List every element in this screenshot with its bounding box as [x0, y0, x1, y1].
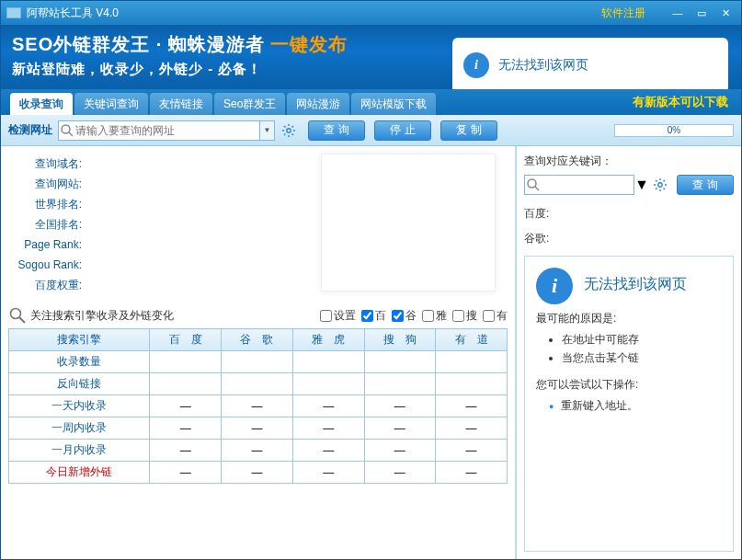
- cell: [222, 351, 293, 373]
- svg-line-1: [69, 132, 73, 136]
- banner-title-a: SEO外链群发王 · 蜘蛛漫游者: [12, 34, 265, 54]
- col-youdao: 有 道: [436, 329, 508, 351]
- cell: —: [292, 462, 364, 484]
- right-pane: 查询对应关键词： ▼ 查询 百度: 谷歌: i: [516, 146, 741, 559]
- tabsbar: 收录查询 关键词查询 友情链接 Seo群发王 网站漫游 网站模版下载 有新版本可…: [1, 89, 741, 115]
- cell: [222, 373, 293, 395]
- engine-baidu: 百度:: [524, 206, 734, 222]
- keyword-label: 查询对应关键词：: [524, 154, 734, 169]
- cell: —: [292, 440, 364, 462]
- cell: —: [222, 395, 293, 417]
- maximize-button[interactable]: ▭: [691, 6, 712, 20]
- cell: [436, 373, 508, 395]
- url-dropdown[interactable]: ▼: [260, 120, 275, 141]
- close-button[interactable]: ✕: [715, 6, 736, 20]
- row-header: 今日新增外链: [9, 462, 150, 484]
- opt-google[interactable]: 谷: [392, 308, 417, 324]
- row-header: 一月内收录: [9, 440, 150, 462]
- opt-settings[interactable]: 设置: [320, 308, 356, 324]
- update-notice[interactable]: 有新版本可以下载: [633, 94, 728, 110]
- gear-icon[interactable]: [653, 177, 668, 192]
- opt-youdao[interactable]: 有: [483, 308, 508, 324]
- tab-seo-mass[interactable]: Seo群发王: [214, 93, 285, 115]
- col-yahoo: 雅 虎: [292, 329, 364, 351]
- info-cn-rank-label: 全国排名:: [8, 217, 82, 233]
- svg-line-22: [656, 189, 657, 190]
- tab-index-query[interactable]: 收录查询: [10, 93, 73, 115]
- table-row: 一月内收录—————: [9, 440, 508, 462]
- cell: [292, 351, 364, 373]
- svg-point-15: [658, 183, 662, 187]
- row-header: 一天内收录: [9, 395, 150, 417]
- filter-row: 关注搜索引擎收录及外链变化 设置 百 谷 雅 搜 有: [8, 306, 508, 325]
- svg-line-14: [535, 187, 539, 190]
- svg-point-13: [528, 179, 536, 188]
- cell: —: [364, 395, 436, 417]
- tab-keyword-query[interactable]: 关键词查询: [74, 93, 148, 115]
- app-window: 阿帮站长工具 V4.0 软件注册 — ▭ ✕ SEO外链群发王 · 蜘蛛漫游者 …: [0, 0, 742, 560]
- svg-point-0: [62, 125, 70, 133]
- cell: [150, 351, 222, 373]
- svg-line-7: [284, 126, 286, 128]
- keyword-input-wrap: [524, 175, 634, 195]
- opt-yahoo[interactable]: 雅: [422, 308, 447, 324]
- tab-friend-links[interactable]: 友情链接: [150, 93, 212, 115]
- cell: —: [436, 395, 508, 417]
- info-sogourank-label: Sogou Rank:: [8, 258, 82, 271]
- copy-button[interactable]: 复制: [440, 120, 497, 141]
- table-row: 反向链接: [9, 373, 508, 395]
- minimize-button[interactable]: —: [668, 6, 688, 20]
- filter-text: 关注搜索引擎收录及外链变化: [30, 308, 314, 324]
- col-engine: 搜索引擎: [9, 329, 150, 351]
- reason-item: 当您点击某个链: [562, 350, 734, 366]
- url-label: 检测网址: [8, 122, 52, 138]
- cell: [364, 373, 436, 395]
- cell: —: [364, 417, 436, 440]
- table-row: 收录数量: [9, 351, 508, 373]
- col-baidu: 百 度: [150, 329, 222, 351]
- cell: —: [222, 417, 293, 440]
- query-button[interactable]: 查询: [308, 120, 365, 141]
- svg-point-11: [11, 309, 21, 319]
- opt-baidu[interactable]: 百: [361, 308, 386, 324]
- svg-line-12: [19, 317, 25, 323]
- stop-button[interactable]: 停止: [374, 120, 431, 141]
- cell: —: [150, 462, 222, 484]
- gear-icon[interactable]: [279, 120, 299, 141]
- titlebar: 阿帮站长工具 V4.0 软件注册 — ▭ ✕: [1, 1, 741, 25]
- row-header: 收录数量: [9, 351, 150, 373]
- progress-bar: 0%: [614, 124, 734, 137]
- tab-site-roam[interactable]: 网站漫游: [287, 93, 349, 115]
- info-site-label: 查询网站:: [8, 177, 82, 192]
- svg-line-9: [284, 133, 286, 135]
- table-row: 一天内收录—————: [9, 395, 508, 417]
- banner-card: i 无法找到该网页: [452, 38, 728, 89]
- url-input[interactable]: [75, 121, 259, 140]
- info-world-rank-label: 世界排名:: [8, 197, 82, 212]
- tab-template-download[interactable]: 网站模版下载: [351, 93, 436, 115]
- results-table: 搜索引擎 百 度 谷 歌 雅 虎 搜 狗 有 道 收录数量反向链接一天内收录——…: [8, 328, 508, 484]
- opt-sogou[interactable]: 搜: [452, 308, 477, 324]
- svg-point-2: [287, 128, 291, 131]
- search-icon: [59, 122, 75, 139]
- keyword-input[interactable]: [542, 176, 615, 194]
- cell: —: [436, 417, 508, 440]
- register-link[interactable]: 软件注册: [601, 6, 645, 21]
- reason-list: 在地址中可能存 当您点击某个链: [562, 332, 734, 366]
- banner-card-text: 无法找到该网页: [498, 57, 588, 74]
- left-pane: 查询域名: 查询网站: 世界排名: 全国排名: Page Rank: Sogou…: [1, 146, 516, 559]
- keyword-dropdown[interactable]: ▼: [634, 177, 649, 193]
- svg-line-23: [663, 180, 665, 182]
- info-icon: i: [536, 268, 573, 304]
- engine-list: 百度: 谷歌:: [524, 206, 734, 256]
- col-google: 谷 歌: [222, 329, 293, 351]
- row-header: 反向链接: [9, 373, 150, 395]
- banner-subtitle: 新站登陆难，收录少，外链少 - 必备！: [12, 61, 348, 78]
- keyword-query-button[interactable]: 查询: [677, 175, 734, 195]
- table-header-row: 搜索引擎 百 度 谷 歌 雅 虎 搜 狗 有 道: [9, 329, 508, 351]
- preview-box: [321, 154, 496, 291]
- table-row: 今日新增外链—————: [9, 462, 508, 484]
- body: 查询域名: 查询网站: 世界排名: 全国排名: Page Rank: Sogou…: [1, 146, 741, 559]
- info-domain-label: 查询域名:: [8, 156, 82, 172]
- info-icon: i: [463, 52, 489, 78]
